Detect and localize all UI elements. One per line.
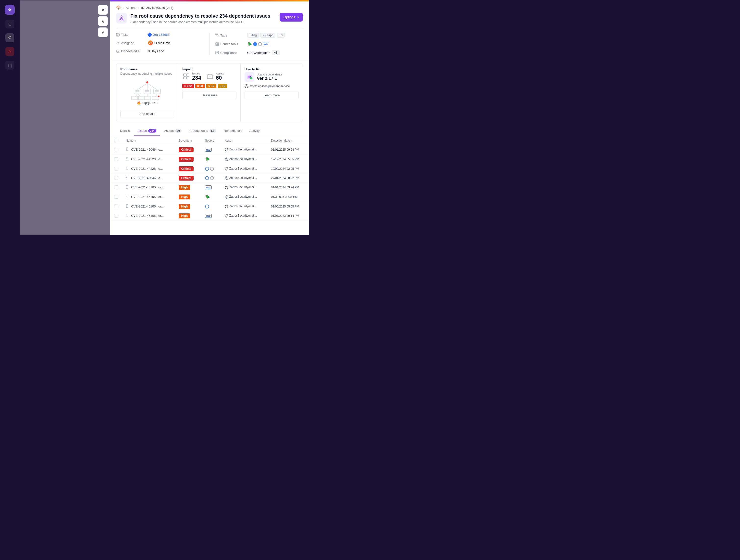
tabs-row: Details Issues 234 Assets 60 Product uni… [110, 126, 309, 136]
row-checkbox[interactable] [114, 167, 118, 171]
ticket-value[interactable]: Jira-168663 [148, 33, 170, 36]
severity-high-pill: H 88 [195, 84, 205, 88]
see-issues-button[interactable]: See issues [182, 91, 236, 99]
assets-metric: Assets 60 [206, 72, 224, 81]
svg-point-1 [119, 19, 120, 20]
see-details-button[interactable]: See details [120, 110, 174, 118]
meta-discovered-row: Discovered at 3 Days ago [116, 49, 203, 53]
cards-row: Root cause Dependency introducing multip… [116, 63, 303, 122]
row-name[interactable]: CVE-2021-45105 · or... [122, 202, 175, 211]
row-name[interactable]: CVE-2021-45046 · o... [122, 145, 175, 154]
repo-name: CoreServices/payment-service [250, 85, 290, 88]
row-name[interactable]: CVE-2021-45105 · or... [122, 183, 175, 192]
table-row[interactable]: CVE-2021-45105 · or...HighwizZatrosSecur… [110, 211, 309, 220]
jira-icon [147, 32, 152, 37]
next-button[interactable]: ∨ [98, 27, 108, 37]
prev-button[interactable]: ∧ [98, 16, 108, 26]
row-source: 🪲 [201, 192, 221, 202]
issues-info: Issues 234 [192, 72, 201, 81]
svg-rect-42 [186, 74, 189, 76]
row-checkbox[interactable] [114, 195, 118, 199]
home-icon[interactable]: 🏠 [116, 5, 121, 10]
svg-line-32 [135, 94, 137, 97]
severity-low-pill: L 12 [218, 84, 227, 88]
chevron-up-icon: ∧ [101, 19, 104, 23]
tag-ios[interactable]: IOS app [260, 33, 275, 38]
row-severity: Critical [175, 145, 201, 154]
row-asset: ZatrosSecurity/mail... [221, 164, 267, 173]
row-name[interactable]: CVE-2021-44228 · o... [122, 164, 175, 173]
row-asset: ZatrosSecurity/mail... [221, 183, 267, 192]
issues-metric: Issues 234 [182, 72, 201, 81]
product-units-count-badge: 55 [209, 129, 216, 132]
tab-details[interactable]: Details [116, 126, 134, 136]
table-row[interactable]: CVE-2021-45105 · or...HighZatrosSecurity… [110, 202, 309, 211]
fix-icon [245, 72, 254, 82]
row-detection-date: 01/01/2025 09:24 PM [267, 145, 309, 154]
github-repo-icon [225, 158, 228, 161]
svg-point-53 [245, 85, 248, 88]
meta-right-col: Tags Biling IOS app +3 Source [209, 33, 303, 55]
source-beetle-icon: 🪲 [247, 41, 252, 46]
table-row[interactable]: CVE-2021-45105 · or...High🪲ZatrosSecurit… [110, 192, 309, 202]
row-checkbox[interactable] [114, 214, 118, 217]
row-severity: High [175, 202, 201, 211]
issues-svg-icon [183, 73, 190, 80]
logo-icon: ❖ [8, 7, 12, 12]
row-checkbox[interactable] [114, 204, 118, 208]
select-all-checkbox[interactable] [114, 138, 118, 142]
detection-date-column-header[interactable]: Detection date [267, 136, 309, 145]
row-name[interactable]: CVE-2021-45105 · or... [122, 211, 175, 220]
severity-column-header[interactable]: Severity [175, 136, 201, 145]
row-checkbox[interactable] [114, 157, 118, 161]
breadcrumb-actions[interactable]: Actions [126, 6, 136, 10]
upgrade-label: Upgrade dependency [257, 73, 283, 76]
row-name[interactable]: CVE-2021-45105 · or... [122, 192, 175, 202]
assets-icon [206, 73, 214, 80]
table-row[interactable]: CVE-2021-45046 · o...CriticalwizZatrosSe… [110, 145, 309, 154]
tag-billing[interactable]: Biling [247, 33, 259, 38]
wiz-icon: wiz [205, 214, 212, 218]
options-button[interactable]: Options ▾ [280, 13, 303, 21]
table-row[interactable]: CVE-2021-45105 · or...HighwizZatrosSecur… [110, 183, 309, 192]
table-row[interactable]: CVE-2021-45046 · o...CriticalZatrosSecur… [110, 173, 309, 183]
row-source: wiz [201, 145, 221, 154]
svg-line-4 [120, 17, 121, 19]
compliance-more[interactable]: +3 [272, 50, 280, 55]
table-row[interactable]: CVE-2021-44228 · o...Critical🪲ZatrosSecu… [110, 154, 309, 164]
tab-assets[interactable]: Assets 60 [160, 126, 185, 136]
source-column-header: Source [201, 136, 221, 145]
tags-more[interactable]: +3 [277, 33, 285, 38]
row-checkbox-cell [110, 164, 122, 173]
source-label: Source tools [215, 42, 245, 46]
avatar: OR [148, 40, 153, 45]
sidebar-logo[interactable]: ❖ [5, 5, 15, 15]
sidebar-item-home[interactable]: ⊡ [5, 20, 14, 28]
name-column-header[interactable]: Name [122, 136, 175, 145]
compliance-value: CISA Attestation +3 [247, 50, 280, 55]
tab-activity[interactable]: Activity [246, 126, 263, 136]
chevron-down-icon: ∨ [101, 30, 104, 35]
select-all-header[interactable] [110, 136, 122, 145]
sidebar-item-alert[interactable]: ⚠ [5, 47, 14, 56]
row-checkbox[interactable] [114, 185, 118, 189]
github-repo-icon [225, 186, 228, 189]
file-icon [126, 204, 129, 208]
impact-metrics: Issues 234 [182, 72, 236, 81]
file-icon [126, 185, 129, 189]
wiz-icon: wiz [205, 185, 212, 189]
row-name[interactable]: CVE-2021-44228 · o... [122, 154, 175, 164]
beetle-icon: 🪲 [205, 194, 210, 199]
row-name[interactable]: CVE-2021-45046 · o... [122, 173, 175, 183]
close-button[interactable]: ✕ [98, 5, 108, 15]
row-checkbox[interactable] [114, 176, 118, 180]
learn-more-button[interactable]: Learn more [245, 91, 299, 99]
row-checkbox[interactable] [114, 148, 118, 152]
close-icon: ✕ [101, 8, 105, 12]
sidebar-item-layers[interactable]: ◫ [5, 61, 14, 70]
tab-remediation[interactable]: Remediation [220, 126, 246, 136]
tab-product-units[interactable]: Product units 55 [185, 126, 220, 136]
tab-issues[interactable]: Issues 234 [134, 126, 160, 136]
table-row[interactable]: CVE-2021-44228 · o...CriticalZatrosSecur… [110, 164, 309, 173]
sidebar-item-shield[interactable]: 🛡 [5, 33, 14, 42]
